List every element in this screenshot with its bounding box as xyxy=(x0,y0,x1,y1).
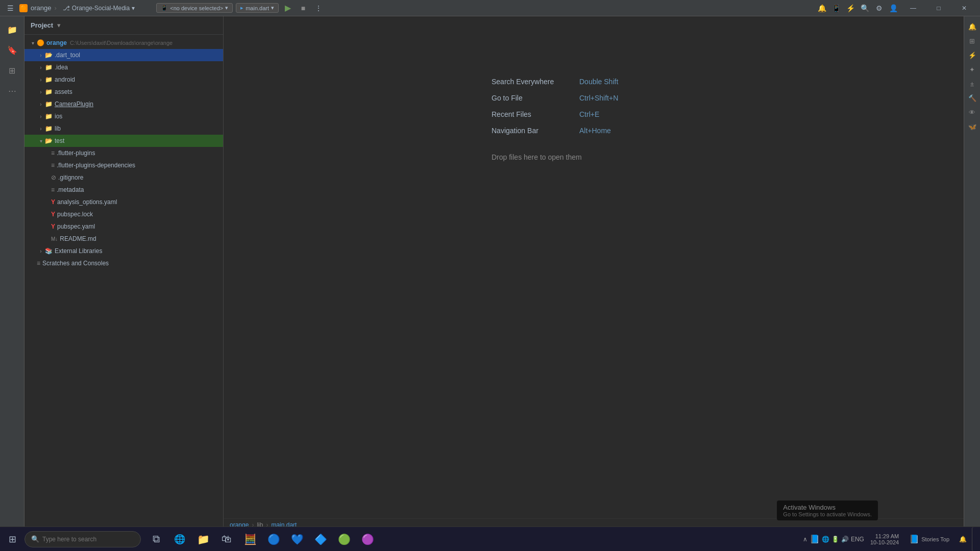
dart-tool-arrow: › xyxy=(37,53,45,58)
taskbar-search-box[interactable]: 🔍 xyxy=(24,531,141,547)
layout-right-icon[interactable]: ⊞ xyxy=(966,35,978,47)
hamburger-icon[interactable]: ☰ xyxy=(4,2,16,14)
tree-pubspec-lock[interactable]: Y pubspec.lock xyxy=(24,208,223,220)
tree-idea[interactable]: › 📁 .idea xyxy=(24,61,223,73)
tree-metadata[interactable]: ≡ .metadata xyxy=(24,184,223,196)
tree-gitignore[interactable]: ⊘ .gitignore xyxy=(24,171,223,184)
start-button[interactable]: ⊞ xyxy=(0,527,24,552)
activity-bar-left: 📁 🔖 ⊞ ⋯ xyxy=(0,16,24,531)
run-button[interactable]: ▶ xyxy=(282,2,294,14)
search-everywhere-icon[interactable]: 🔍 xyxy=(859,2,871,14)
profile-icon[interactable]: 👤 xyxy=(887,2,899,14)
terminal-app-button[interactable]: 🔷 xyxy=(309,528,332,550)
more-tool-windows-icon[interactable]: ⋯ xyxy=(3,82,21,100)
git-right-icon[interactable]: ± xyxy=(966,78,978,90)
assets-folder-icon: 📁 xyxy=(45,88,53,95)
power-right-icon[interactable]: ⚡ xyxy=(966,49,978,61)
project-name[interactable]: orange xyxy=(31,4,51,12)
camera-folder-icon: 📁 xyxy=(45,101,53,108)
branch-icon: ⎇ xyxy=(63,5,70,12)
device-manager-icon[interactable]: 📱 xyxy=(830,2,842,14)
bookmarks-icon[interactable]: 🔖 xyxy=(3,41,21,59)
device-selector[interactable]: 📱 <no device selected> ▾ xyxy=(156,3,233,13)
tree-test[interactable]: ▾ 📂 test xyxy=(24,135,223,147)
project-view-icon[interactable]: 📁 xyxy=(3,20,21,39)
project-panel-dropdown[interactable]: ▾ xyxy=(57,21,61,29)
ext-libs-icon: 📚 xyxy=(45,247,53,255)
notification-center-button[interactable]: 🔔 xyxy=(955,527,970,552)
recent-files-shortcut[interactable]: Ctrl+E xyxy=(579,110,599,118)
branch-selector[interactable]: ⎇ Orange-Social-Media ▾ xyxy=(60,4,138,13)
flutter-right-icon[interactable]: 🦋 xyxy=(966,120,978,133)
tray-sound-icon[interactable]: 🔊 xyxy=(841,536,849,543)
android-sdk-icon[interactable]: 🔔 xyxy=(816,2,828,14)
settings-icon[interactable]: ⚙ xyxy=(873,2,885,14)
taskbar-clock[interactable]: 11:29 AM 10-10-2024 xyxy=(866,533,903,545)
notifications-right-icon[interactable]: 🔔 xyxy=(966,20,978,33)
nav-bar-label: Navigation Bar xyxy=(492,127,573,135)
root-icon: 🟠 xyxy=(37,39,44,46)
editor-area: Search Everywhere Double Shift Go to Fil… xyxy=(224,16,964,531)
android-studio-button[interactable]: 🟢 xyxy=(333,528,355,550)
stories-top-button[interactable]: 📘 Stories Top xyxy=(905,532,953,546)
tree-flutter-plugins-deps[interactable]: ≡ .flutter-plugins-dependencies xyxy=(24,159,223,171)
explorer-button[interactable]: 📁 xyxy=(192,528,214,550)
tree-dart-tool[interactable]: › 📂 .dart_tool xyxy=(24,49,223,61)
more-options-button[interactable]: ⋮ xyxy=(312,2,325,14)
goto-file-shortcut[interactable]: Ctrl+Shift+N xyxy=(579,94,618,102)
tray-stories-icon[interactable]: 📘 xyxy=(810,534,820,544)
ios-label: ios xyxy=(55,113,62,120)
project-tree[interactable]: ▾ 🟠 orange C:\Users\daxit\Downloads\oran… xyxy=(24,35,223,531)
tree-assets[interactable]: › 📁 assets xyxy=(24,86,223,98)
tree-scratches[interactable]: ≡ Scratches and Consoles xyxy=(24,257,223,269)
tree-lib[interactable]: › 📁 lib xyxy=(24,122,223,135)
show-desktop-button[interactable] xyxy=(972,527,976,552)
close-button[interactable]: ✕ xyxy=(952,0,976,16)
idea-label: .idea xyxy=(55,64,68,71)
tree-flutter-plugins[interactable]: ≡ .flutter-plugins xyxy=(24,147,223,159)
minimize-button[interactable]: — xyxy=(901,0,925,16)
tree-analysis-options[interactable]: Y analysis_options.yaml xyxy=(24,196,223,208)
tree-android[interactable]: › 📁 android xyxy=(24,73,223,86)
stop-button[interactable]: ■ xyxy=(297,2,309,14)
structure-icon[interactable]: ⊞ xyxy=(3,61,21,80)
vscode-button[interactable]: 💙 xyxy=(286,528,308,550)
flutter-plugins-icon: ≡ xyxy=(51,149,55,157)
stories-icon: 📘 xyxy=(909,534,919,544)
assets-arrow: › xyxy=(37,89,45,95)
main-file-selector[interactable]: ▸ main.dart ▾ xyxy=(236,3,279,13)
search-everywhere-shortcut[interactable]: Double Shift xyxy=(579,78,618,86)
tree-readme[interactable]: M↓ README.md xyxy=(24,233,223,245)
root-name: orange xyxy=(46,39,67,46)
tree-ios[interactable]: › 📁 ios xyxy=(24,110,223,122)
nav-bar-shortcut[interactable]: Alt+Home xyxy=(579,127,611,135)
intellij-button[interactable]: 🟣 xyxy=(356,528,379,550)
power-save-icon[interactable]: ⚡ xyxy=(844,2,856,14)
chrome-button[interactable]: 🔵 xyxy=(262,528,285,550)
root-path: C:\Users\daxit\Downloads\orange\orange xyxy=(70,40,173,46)
tray-expand-icon[interactable]: ∧ xyxy=(803,536,807,543)
editor-content: Search Everywhere Double Shift Go to Fil… xyxy=(224,16,964,518)
tree-root[interactable]: ▾ 🟠 orange C:\Users\daxit\Downloads\oran… xyxy=(24,37,223,49)
tree-pubspec-yaml[interactable]: Y pubspec.yaml xyxy=(24,220,223,233)
recent-files-label: Recent Files xyxy=(492,110,573,118)
start-icon: ⊞ xyxy=(9,534,16,545)
code-right-icon[interactable]: ✦ xyxy=(966,63,978,76)
preview-right-icon[interactable]: 👁 xyxy=(966,106,978,118)
maximize-button[interactable]: □ xyxy=(927,0,950,16)
tray-network-icon[interactable]: 🌐 xyxy=(822,536,829,543)
build-right-icon[interactable]: 🔨 xyxy=(966,92,978,104)
edge-button[interactable]: 🌐 xyxy=(168,528,191,550)
taskbar-search-input[interactable] xyxy=(42,536,134,543)
tray-language[interactable]: ENG xyxy=(851,536,864,543)
android-label: android xyxy=(55,76,75,83)
store-button[interactable]: 🛍 xyxy=(215,528,238,550)
hint-row-nav: Navigation Bar Alt+Home xyxy=(492,127,696,135)
taskview-button[interactable]: ⧉ xyxy=(145,528,167,550)
calculator-button[interactable]: 🧮 xyxy=(239,528,261,550)
gitignore-icon: ⊘ xyxy=(51,174,56,181)
tree-cameraplugin[interactable]: › 📁 CameraPlugin xyxy=(24,98,223,110)
file-dropdown-icon: ▾ xyxy=(271,5,274,11)
ext-libs-arrow: › xyxy=(37,248,45,254)
tree-external-libs[interactable]: › 📚 External Libraries xyxy=(24,245,223,257)
